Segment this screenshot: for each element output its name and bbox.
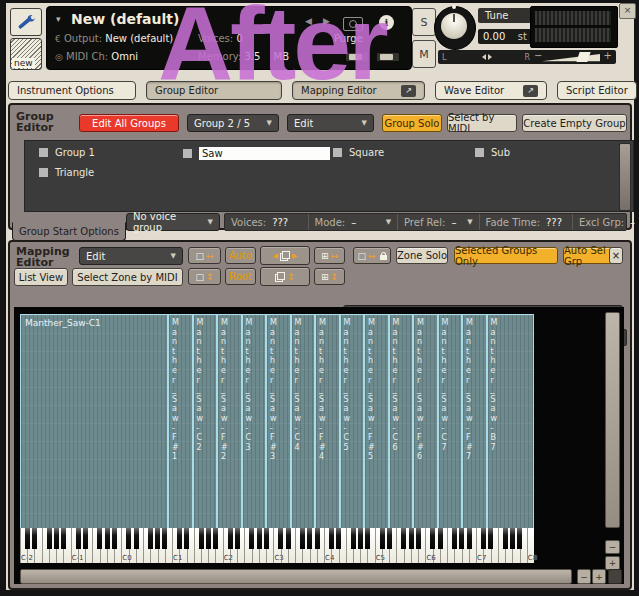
new-instrument-button[interactable]: new	[10, 38, 42, 70]
pan-slider[interactable]: L R	[438, 50, 534, 64]
pan-center-marker[interactable]	[482, 53, 492, 61]
black-key[interactable]	[83, 528, 88, 549]
edit-all-groups-button[interactable]: Edit All Groups	[79, 114, 179, 132]
move-zone-vertical-button[interactable]: ↕	[260, 267, 310, 286]
black-key[interactable]	[481, 528, 486, 549]
black-key[interactable]	[177, 528, 182, 549]
selected-groups-only-button[interactable]: Selected Groups Only	[454, 247, 558, 264]
group-item[interactable]: Saw	[183, 147, 330, 160]
group-select-dropdown[interactable]: Group 2 / 5 ▼	[187, 114, 279, 132]
black-key[interactable]	[199, 528, 204, 549]
black-key[interactable]	[148, 528, 153, 549]
list-view-button[interactable]: List View	[14, 268, 68, 286]
black-key[interactable]	[25, 528, 30, 549]
tab-wave-editor[interactable]: Wave Editor↗	[435, 81, 547, 100]
black-key[interactable]	[416, 528, 421, 549]
group-item[interactable]: Triangle	[39, 167, 94, 178]
black-key[interactable]	[213, 528, 218, 549]
group-checkbox[interactable]	[183, 149, 192, 158]
tab-instrument-options[interactable]: Instrument Options	[8, 81, 136, 100]
voice-group-dropdown[interactable]: No voice group ▼	[126, 213, 220, 231]
instrument-collapse-icon[interactable]: ▾	[56, 14, 61, 24]
midi-channel-value[interactable]: Omni	[111, 51, 138, 62]
move-zone-horizontal-button[interactable]: ◀ ▶	[260, 246, 310, 265]
mapping-edit-menu[interactable]: Edit ▼	[79, 247, 183, 265]
black-key[interactable]	[300, 528, 305, 549]
black-key[interactable]	[510, 528, 515, 549]
zone[interactable]: M a n t h e r _ S a w - C 4	[291, 314, 316, 532]
black-key[interactable]	[278, 528, 283, 549]
group-item[interactable]: Group 1	[39, 147, 95, 158]
black-key[interactable]	[257, 528, 262, 549]
root-button[interactable]: Root	[225, 268, 256, 285]
black-key[interactable]	[380, 528, 385, 549]
group-checkbox[interactable]	[475, 148, 484, 157]
group-start-options-tab[interactable]: Group Start Options	[12, 222, 126, 241]
zone[interactable]: M a n t h e r _ S a w - C 2	[193, 314, 218, 532]
black-key[interactable]	[387, 528, 392, 549]
black-key[interactable]	[76, 528, 81, 549]
black-key[interactable]	[228, 528, 233, 549]
black-key[interactable]	[54, 528, 59, 549]
black-key[interactable]	[351, 528, 356, 549]
black-key[interactable]	[459, 528, 464, 549]
black-key[interactable]	[488, 528, 493, 549]
black-key[interactable]	[155, 528, 160, 549]
black-key[interactable]	[286, 528, 291, 549]
tune-value-box[interactable]: 0.00 st	[478, 29, 532, 44]
black-key[interactable]	[329, 528, 334, 549]
black-key[interactable]	[517, 528, 522, 549]
tab-script-editor[interactable]: Script Editor	[557, 81, 637, 100]
zone-width-button[interactable]: □↔	[188, 247, 221, 264]
group-item[interactable]: Square	[333, 147, 384, 158]
midi-width-button[interactable]: ⊞↔	[314, 247, 345, 264]
zone[interactable]: M a n t h e r _ S a w - F # 7	[462, 314, 487, 532]
black-key[interactable]	[307, 528, 312, 549]
black-key[interactable]	[61, 528, 66, 549]
zone[interactable]: M a n t h e r _ S a w - C 5	[340, 314, 365, 532]
black-key[interactable]	[264, 528, 269, 549]
zone[interactable]: M a n t h e r _ S a w - F # 5	[364, 314, 389, 532]
black-key[interactable]	[401, 528, 406, 549]
black-key[interactable]	[105, 528, 110, 549]
zoom-in-button[interactable]: +	[592, 569, 606, 584]
black-key[interactable]	[235, 528, 240, 549]
black-key[interactable]	[134, 528, 139, 549]
zone-map-area[interactable]: Manther_Saw-C1M a n t h e r _ S a w - F …	[14, 307, 624, 584]
black-key[interactable]	[365, 528, 370, 549]
black-key[interactable]	[430, 528, 435, 549]
popout-icon[interactable]: ↗	[401, 85, 416, 97]
mute-button[interactable]: M	[412, 40, 436, 68]
zone[interactable]: M a n t h e r _ S a w - C 7	[438, 314, 463, 532]
group-checkbox[interactable]	[39, 148, 48, 157]
close-instrument-button[interactable]: ×	[619, 3, 636, 19]
keyboard[interactable]: C-2C-1C0C1C2C3C4C5C6C7C8	[20, 528, 534, 563]
black-key[interactable]	[438, 528, 443, 549]
black-key[interactable]	[336, 528, 341, 549]
scroll-down-button[interactable]: +	[605, 556, 620, 570]
black-key[interactable]	[162, 528, 167, 549]
zone-wide[interactable]: Manther_Saw-C1	[20, 314, 168, 532]
black-key[interactable]	[97, 528, 102, 549]
zone[interactable]: M a n t h e r _ S a w - F # 4	[315, 314, 340, 532]
group-solo-button[interactable]: Group Solo	[382, 114, 442, 132]
group-list-scrollbar[interactable]	[619, 143, 631, 211]
volume-minus-icon[interactable]: −	[534, 50, 542, 61]
dropdown-icon[interactable]: ▼	[635, 218, 639, 226]
black-key[interactable]	[452, 528, 457, 549]
select-zone-by-midi-button[interactable]: Select Zone by MIDI	[72, 268, 183, 286]
black-key[interactable]	[249, 528, 254, 549]
black-key[interactable]	[358, 528, 363, 549]
group-checkbox[interactable]	[333, 148, 342, 157]
scroll-up-button[interactable]: −	[605, 540, 620, 554]
lock-zone-button[interactable]: □↔	[353, 247, 391, 264]
zone[interactable]: M a n t h e r _ S a w - C 3	[242, 314, 267, 532]
vertical-scrollbar-thumb[interactable]	[605, 312, 620, 528]
auto-button[interactable]: Auto	[225, 247, 256, 264]
zone-solo-button[interactable]: Zone Solo	[396, 247, 448, 264]
zoom-out-button[interactable]: −	[577, 569, 591, 584]
black-key[interactable]	[184, 528, 189, 549]
popout-icon[interactable]: ↗	[523, 85, 538, 97]
create-empty-group-button[interactable]: Create Empty Group	[522, 114, 627, 132]
black-key[interactable]	[503, 528, 508, 549]
